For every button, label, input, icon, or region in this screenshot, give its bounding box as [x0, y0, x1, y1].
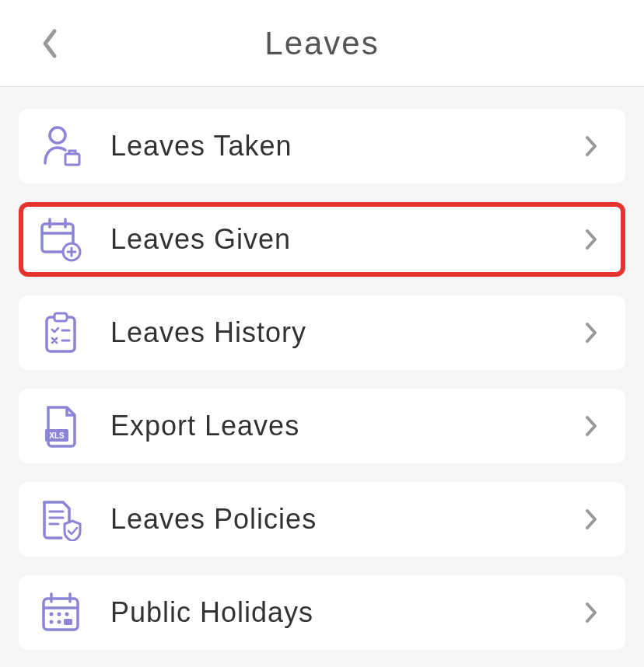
svg-point-23 [58, 613, 61, 616]
svg-text:XLS: XLS [49, 431, 65, 440]
page-title: Leaves [31, 25, 613, 62]
calendar-plus-icon [37, 216, 84, 263]
menu-label: Public Holidays [110, 596, 580, 629]
chevron-left-icon [40, 28, 59, 59]
person-bag-icon [37, 123, 84, 169]
clipboard-check-icon [37, 309, 84, 356]
chevron-right-icon [580, 602, 602, 623]
svg-rect-9 [47, 317, 75, 351]
chevron-right-icon [580, 322, 602, 344]
svg-point-0 [50, 127, 65, 143]
chevron-right-icon [580, 135, 602, 157]
chevron-right-icon [580, 508, 602, 530]
svg-point-22 [50, 613, 54, 616]
svg-rect-27 [64, 619, 72, 625]
svg-rect-10 [54, 313, 67, 321]
menu-list: Leaves Taken Leaves Given [0, 87, 644, 667]
svg-point-24 [65, 613, 69, 616]
menu-label: Export Leaves [110, 410, 580, 442]
menu-item-leaves-history[interactable]: Leaves History [19, 295, 625, 370]
svg-rect-1 [65, 154, 79, 165]
menu-label: Leaves Policies [110, 503, 580, 536]
chevron-right-icon [580, 229, 602, 250]
document-shield-icon [37, 496, 84, 543]
back-button[interactable] [31, 25, 68, 62]
svg-point-25 [50, 620, 54, 624]
svg-point-26 [58, 620, 61, 624]
menu-item-export-leaves[interactable]: XLS Export Leaves [19, 389, 625, 463]
header: Leaves [0, 0, 644, 87]
menu-label: Leaves Given [110, 223, 580, 256]
menu-item-public-holidays[interactable]: Public Holidays [19, 575, 625, 650]
menu-label: Leaves History [110, 316, 580, 349]
menu-item-leaves-given[interactable]: Leaves Given [19, 202, 625, 277]
menu-item-leaves-taken[interactable]: Leaves Taken [19, 109, 625, 183]
file-xls-icon: XLS [37, 403, 84, 449]
calendar-dots-icon [37, 589, 84, 636]
menu-item-leaves-policies[interactable]: Leaves Policies [19, 482, 625, 557]
chevron-right-icon [580, 415, 602, 437]
menu-label: Leaves Taken [110, 130, 580, 162]
